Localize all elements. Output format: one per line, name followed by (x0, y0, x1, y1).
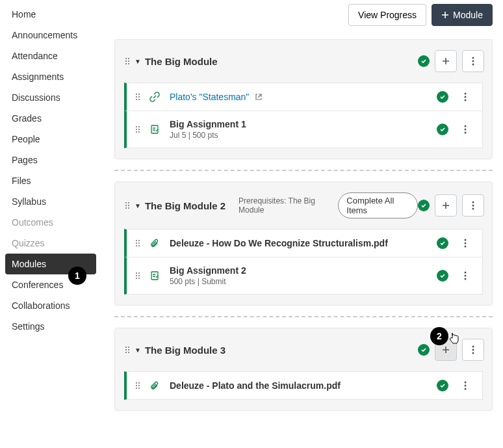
nav-item-syllabus[interactable]: Syllabus (5, 191, 109, 212)
published-icon (437, 124, 448, 135)
nav-item-conferences[interactable]: Conferences (5, 274, 109, 295)
kebab-icon[interactable] (458, 239, 473, 248)
attachment-icon (149, 238, 161, 248)
nav-item-quizzes[interactable]: Quizzes (5, 233, 109, 254)
module-title: The Big Module 2 (145, 200, 226, 211)
published-icon (418, 200, 430, 211)
nav-item-grades[interactable]: Grades (5, 108, 109, 129)
published-icon (437, 237, 448, 249)
published-icon (437, 91, 448, 103)
svg-point-12 (472, 208, 474, 210)
svg-point-5 (465, 99, 467, 101)
module-header: ▼The Big Module 2Prerequisites: The Big … (115, 182, 492, 229)
svg-point-11 (472, 205, 474, 207)
module-items: Plato's "Statesman" Big Assignment 1Jul … (115, 83, 492, 159)
module-separator (114, 170, 493, 171)
module-title: The Big Module (145, 56, 218, 67)
add-item-button[interactable] (435, 194, 457, 217)
attachment-icon (149, 380, 161, 391)
module-item[interactable]: Deleuze - Plato and the Simulacrum.pdf (124, 371, 483, 400)
nav-item-people[interactable]: People (5, 129, 109, 150)
nav-item-discussions[interactable]: Discussions (5, 87, 109, 108)
svg-point-14 (465, 243, 467, 244)
published-icon (418, 55, 430, 67)
main-content: View Progress Module ▼The Big ModulePlat… (109, 4, 498, 444)
svg-rect-6 (151, 125, 158, 133)
module-title: The Big Module 3 (145, 345, 226, 356)
svg-point-25 (465, 388, 467, 390)
drag-handle-icon[interactable] (123, 202, 132, 209)
assignment-icon (149, 124, 161, 135)
item-title: Plato's "Statesman" (170, 92, 437, 102)
module-item[interactable]: Plato's "Statesman" (124, 83, 483, 111)
nav-item-settings[interactable]: Settings (5, 316, 109, 337)
kebab-icon[interactable] (462, 50, 484, 72)
link-icon (149, 92, 161, 102)
svg-point-3 (465, 93, 467, 95)
module-item[interactable]: Big Assignment 1Jul 5 | 500 pts (124, 111, 483, 148)
drag-handle-icon[interactable] (133, 94, 142, 100)
nav-item-announcements[interactable]: Announcements (5, 25, 109, 46)
svg-point-0 (472, 57, 474, 59)
published-icon (437, 380, 448, 391)
svg-point-10 (472, 202, 474, 204)
svg-point-4 (465, 96, 467, 98)
nav-item-pages[interactable]: Pages (5, 150, 109, 170)
drag-handle-icon[interactable] (133, 240, 142, 246)
svg-point-18 (465, 275, 467, 277)
drag-handle-icon[interactable] (133, 126, 142, 133)
kebab-icon[interactable] (458, 92, 473, 101)
kebab-icon[interactable] (458, 381, 473, 390)
view-progress-button[interactable]: View Progress (348, 4, 426, 26)
module: ▼The Big Module 2Prerequisites: The Big … (114, 181, 493, 306)
assignment-icon (149, 270, 161, 281)
module-items: Deleuze - How Do We Recognize Structural… (115, 229, 492, 305)
module-header: ▼The Big Module (115, 40, 492, 83)
prerequisite-text: Prerequisites: The Big Module (239, 196, 331, 215)
svg-point-22 (472, 352, 474, 354)
cursor-pointer-icon (448, 332, 460, 345)
nav-item-collaborations[interactable]: Collaborations (5, 295, 109, 316)
drag-handle-icon[interactable] (133, 382, 142, 389)
item-title: Deleuze - How Do We Recognize Structural… (170, 238, 437, 248)
svg-point-24 (465, 385, 467, 387)
module-items: Deleuze - Plato and the Simulacrum.pdf (115, 371, 492, 410)
kebab-icon[interactable] (458, 271, 473, 280)
published-icon (418, 344, 430, 356)
module-separator (114, 316, 493, 317)
svg-point-2 (472, 64, 474, 66)
nav-item-attendance[interactable]: Attendance (5, 46, 109, 66)
drag-handle-icon[interactable] (123, 58, 132, 64)
item-meta: Jul 5 | 500 pts (170, 131, 437, 140)
module-item[interactable]: Big Assignment 2500 pts | Submit (124, 257, 483, 295)
external-link-icon (255, 92, 262, 102)
svg-point-23 (465, 382, 467, 384)
kebab-icon[interactable] (462, 339, 484, 361)
svg-point-17 (465, 272, 467, 274)
course-nav: HomeAnnouncementsAttendanceAssignmentsDi… (5, 4, 109, 444)
nav-item-outcomes[interactable]: Outcomes (5, 212, 109, 233)
nav-item-home[interactable]: Home (5, 4, 109, 25)
collapse-caret-icon[interactable]: ▼ (135, 347, 141, 354)
collapse-caret-icon[interactable]: ▼ (135, 202, 141, 209)
svg-point-20 (472, 346, 474, 348)
drag-handle-icon[interactable] (133, 272, 142, 279)
nav-item-assignments[interactable]: Assignments (5, 66, 109, 87)
svg-point-21 (472, 349, 474, 351)
add-module-label: Module (453, 10, 483, 20)
annotation-1: 1 (68, 267, 86, 285)
collapse-caret-icon[interactable]: ▼ (135, 58, 141, 65)
add-item-button[interactable] (435, 50, 457, 72)
svg-point-19 (465, 278, 467, 280)
add-module-button[interactable]: Module (432, 4, 493, 26)
svg-rect-16 (151, 272, 158, 280)
nav-item-files[interactable]: Files (5, 170, 109, 191)
module-item[interactable]: Deleuze - How Do We Recognize Structural… (124, 229, 483, 257)
kebab-icon[interactable] (462, 194, 484, 217)
top-bar: View Progress Module (114, 4, 493, 26)
plus-icon (441, 11, 449, 19)
drag-handle-icon[interactable] (123, 347, 132, 353)
module: ▼The Big ModulePlato's "Statesman" Big A… (114, 39, 493, 159)
requirement-pill: Complete All Items (338, 192, 418, 218)
kebab-icon[interactable] (458, 125, 473, 134)
